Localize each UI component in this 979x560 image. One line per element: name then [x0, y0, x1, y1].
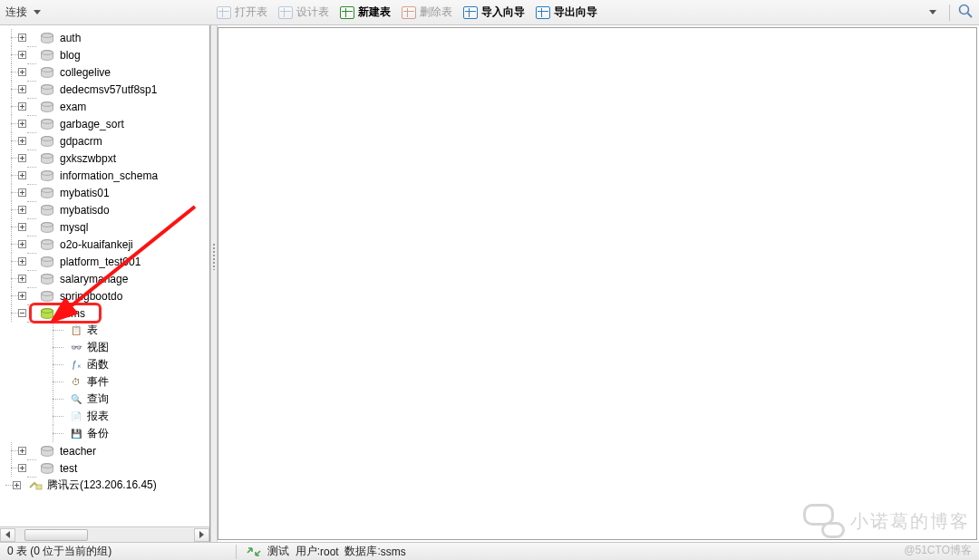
database-label: information_schema	[60, 169, 158, 182]
functions-icon: ƒₓ	[69, 360, 83, 371]
database-node-test[interactable]: test	[2, 459, 209, 477]
sidebar: auth blog collegelive	[0, 25, 210, 542]
search-icon	[957, 3, 974, 19]
content-panel	[218, 27, 977, 540]
main-split: auth blog collegelive	[0, 25, 979, 542]
delete-table-button[interactable]: 删除表	[396, 3, 458, 23]
database-icon	[40, 205, 56, 216]
database-node-platform_test001[interactable]: platform_test001	[2, 253, 209, 270]
new-table-icon	[340, 6, 354, 19]
db-child-label: 视图	[87, 340, 109, 355]
database-node-exam[interactable]: exam	[2, 98, 209, 115]
database-tree[interactable]: auth blog collegelive	[0, 25, 209, 497]
toolbar-overflow-dropdown[interactable]	[929, 10, 936, 14]
new-table-button[interactable]: 新建表	[334, 3, 396, 23]
connection-icon	[27, 480, 44, 491]
database-node-collegelive[interactable]: collegelive	[2, 63, 209, 81]
database-icon	[40, 136, 56, 147]
import-icon	[463, 6, 478, 19]
database-label: gdpacrm	[60, 135, 102, 148]
backups-icon: 💾	[69, 429, 83, 439]
database-node-auth[interactable]: auth	[2, 29, 209, 46]
database-node-mysql[interactable]: mysql	[2, 218, 209, 236]
status-connection-name: 测试	[267, 544, 289, 559]
database-icon	[40, 119, 56, 130]
sidebar-hscrollbar[interactable]	[0, 526, 209, 542]
scroll-right-button[interactable]	[194, 528, 209, 542]
db-child-queries[interactable]: 🔍 查询	[2, 391, 209, 408]
status-bar: 0 表 (0 位于当前的组) 测试 用户: root 数据库: ssms	[0, 542, 979, 560]
database-node-mybatisdo[interactable]: mybatisdo	[2, 201, 209, 218]
db-child-label: 函数	[87, 357, 109, 372]
connection-dropdown[interactable]: 连接	[5, 5, 41, 20]
database-icon	[40, 239, 56, 250]
database-label: mysql	[60, 221, 88, 234]
db-child-reports[interactable]: 📄 报表	[2, 408, 209, 425]
db-child-label: 报表	[87, 409, 109, 424]
database-node-ssms[interactable]: ssms	[2, 304, 209, 322]
export-wizard-button[interactable]: 导出向导	[530, 3, 603, 23]
database-label: springbootdo	[60, 290, 122, 303]
database-node-gdpacrm[interactable]: gdpacrm	[2, 132, 209, 150]
status-user-label: 用户:	[296, 544, 320, 559]
connection-label: 连接	[5, 5, 27, 18]
tables-icon: 📋	[69, 325, 83, 336]
database-icon	[40, 170, 56, 181]
database-node-mybatis01[interactable]: mybatis01	[2, 184, 209, 201]
database-icon	[40, 274, 56, 285]
database-node-springbootdo[interactable]: springbootdo	[2, 287, 209, 304]
status-db-value: ssms	[381, 546, 406, 558]
database-label: ssms	[60, 307, 85, 320]
scroll-track[interactable]	[15, 528, 194, 542]
search-button[interactable]	[957, 3, 974, 22]
db-child-tables[interactable]: 📋 表	[2, 322, 209, 339]
database-label: dedecmsv57utf8sp1	[60, 83, 157, 96]
database-node-teacher[interactable]: teacher	[2, 442, 209, 459]
splitter-handle[interactable]	[210, 25, 218, 542]
connection-node[interactable]: 腾讯云(123.206.16.45)	[2, 477, 209, 494]
table-icon	[278, 6, 293, 19]
db-child-events[interactable]: ⏱ 事件	[2, 373, 209, 391]
open-table-label: 打开表	[235, 5, 267, 20]
database-node-dedecmsv57utf8sp1[interactable]: dedecmsv57utf8sp1	[2, 81, 209, 98]
database-node-gxkszwbpxt[interactable]: gxkszwbpxt	[2, 150, 209, 167]
database-label: mybatis01	[60, 187, 110, 199]
status-user-value: root	[320, 546, 339, 558]
chevron-down-icon	[34, 10, 41, 14]
database-label: test	[60, 462, 77, 475]
toolbar-group: 打开表 设计表 新建表 删除表 导入向导 导出向导	[211, 3, 603, 23]
open-table-button[interactable]: 打开表	[211, 3, 273, 23]
database-label: auth	[60, 32, 81, 44]
db-child-label: 事件	[87, 374, 109, 390]
database-node-o2o-kuaifankeji[interactable]: o2o-kuaifankeji	[2, 236, 209, 253]
database-label: garbage_sort	[60, 118, 124, 130]
database-node-blog[interactable]: blog	[2, 46, 209, 63]
database-icon	[40, 291, 56, 302]
database-icon	[40, 153, 56, 164]
tree-wrap: auth blog collegelive	[0, 25, 209, 526]
database-icon	[40, 256, 56, 267]
database-icon	[40, 446, 56, 457]
database-node-garbage_sort[interactable]: garbage_sort	[2, 115, 209, 132]
arrow-right-icon	[199, 531, 204, 538]
scroll-thumb[interactable]	[24, 529, 88, 541]
connection-status-icon	[246, 546, 262, 558]
db-child-functions[interactable]: ƒₓ 函数	[2, 356, 209, 373]
design-table-button[interactable]: 设计表	[273, 3, 334, 23]
views-icon: 👓	[69, 343, 83, 353]
database-icon	[40, 308, 56, 319]
database-node-information_schema[interactable]: information_schema	[2, 167, 209, 184]
import-wizard-button[interactable]: 导入向导	[458, 3, 530, 23]
database-icon	[40, 84, 56, 95]
database-label: gxkszwbpxt	[60, 152, 116, 165]
db-child-views[interactable]: 👓 视图	[2, 339, 209, 356]
db-child-label: 查询	[87, 391, 109, 407]
events-icon: ⏱	[69, 377, 83, 388]
scroll-left-button[interactable]	[0, 528, 15, 542]
database-icon	[40, 67, 56, 78]
database-icon	[40, 463, 56, 474]
database-node-salarymanage[interactable]: salarymanage	[2, 270, 209, 287]
svg-point-0	[960, 5, 969, 14]
export-icon	[536, 6, 550, 19]
db-child-backups[interactable]: 💾 备份	[2, 425, 209, 442]
